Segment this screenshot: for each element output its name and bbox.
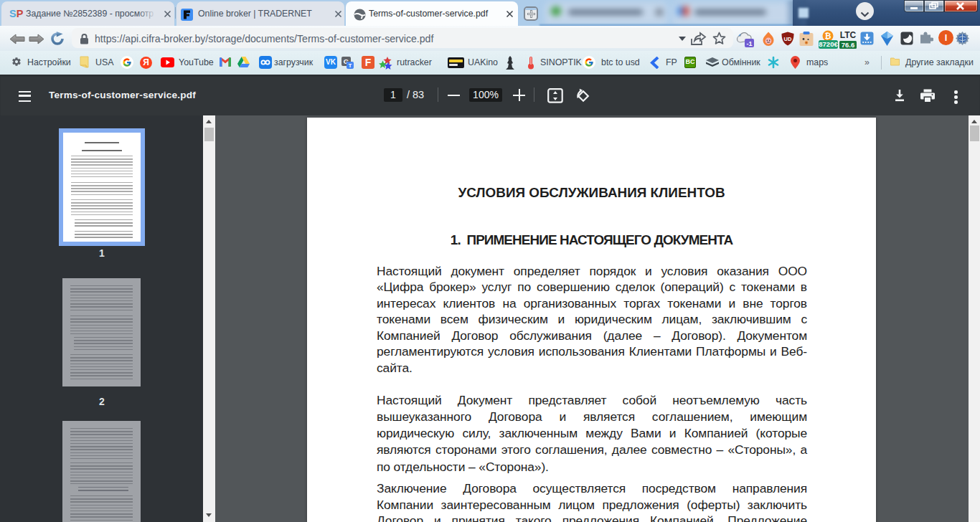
svg-text:₿: ₿ [825,32,831,40]
svg-text:UD: UD [784,36,792,42]
svg-text:-1: -1 [746,40,752,47]
svg-text:8720€: 8720€ [819,40,838,48]
svg-text:Т: Т [349,62,352,69]
